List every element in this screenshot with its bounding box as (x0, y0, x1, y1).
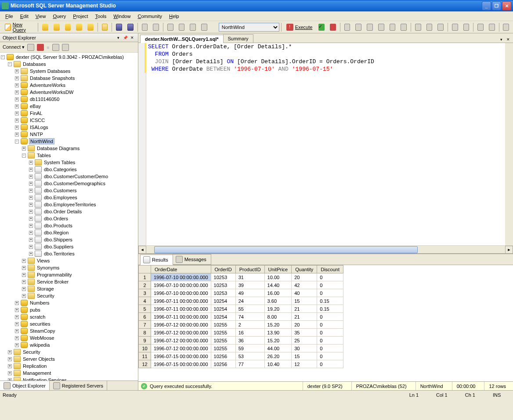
execute-button[interactable]: ! Execute (283, 22, 316, 32)
grid-cell[interactable]: 26.20 (264, 352, 292, 360)
grid-cell[interactable]: 0 (317, 281, 343, 289)
row-number[interactable]: 12 (139, 360, 151, 368)
grid-cell[interactable]: 0 (317, 360, 343, 368)
expand-icon[interactable]: + (15, 315, 19, 319)
tab-object-explorer[interactable]: Object Explorer (0, 381, 50, 390)
collapse-icon[interactable]: - (15, 140, 19, 144)
tab-registered-servers[interactable]: Registered Servers (50, 381, 107, 390)
expand-icon[interactable]: + (15, 336, 19, 340)
tree-node[interactable]: +dbo.Categories (1, 166, 137, 173)
connect-icon-1[interactable] (27, 44, 34, 51)
expand-icon[interactable]: + (29, 161, 33, 165)
grid-cell[interactable]: 14.40 (264, 281, 292, 289)
hscroll-left-button[interactable]: ◄ (138, 246, 146, 254)
grid-cell[interactable]: 42 (292, 281, 317, 289)
grid-cell[interactable]: 53 (235, 352, 264, 360)
grid-cell[interactable]: 74 (235, 313, 264, 321)
grid-cell[interactable]: 20 (292, 321, 317, 329)
tb-sql5[interactable] (387, 22, 398, 32)
tree-node[interactable]: +dbo.CustomerDemographics (1, 180, 137, 187)
grid-cell[interactable]: 15.20 (264, 321, 292, 329)
new-query-button[interactable]: New Query (2, 21, 36, 34)
grid-cell[interactable]: 21 (292, 305, 317, 313)
doc-close-button[interactable]: ✕ (505, 36, 511, 43)
expand-icon[interactable]: + (15, 69, 19, 73)
tree-node[interactable]: +scratch (1, 313, 137, 320)
grid-cell[interactable]: 1996-07-10 00:00:00.000 (151, 273, 211, 281)
expand-icon[interactable]: + (29, 245, 33, 249)
tree-node[interactable]: +Notification Services (1, 377, 137, 381)
grid-cell[interactable]: 10.40 (264, 360, 292, 368)
row-number[interactable]: 5 (139, 305, 151, 313)
grid-cell[interactable]: 10255 (211, 329, 235, 337)
grid-cell[interactable]: 1996-07-11 00:00:00.000 (151, 313, 211, 321)
table-row[interactable]: 51996-07-11 00:00:00.000102545519.20210.… (139, 305, 343, 313)
expand-icon[interactable]: + (29, 168, 33, 172)
tb-btn-3[interactable] (63, 22, 73, 32)
expand-icon[interactable]: + (15, 83, 19, 87)
tb-res2[interactable] (424, 22, 435, 32)
menu-query[interactable]: Query (49, 13, 69, 20)
expand-icon[interactable]: + (15, 322, 19, 326)
tb-c1[interactable] (450, 22, 460, 32)
grid-cell[interactable]: 49 (235, 289, 264, 297)
expand-icon[interactable]: + (15, 308, 19, 312)
grid-cell[interactable]: 1996-07-12 00:00:00.000 (151, 337, 211, 345)
menu-help[interactable]: Help (166, 13, 183, 20)
properties-button[interactable] (199, 22, 210, 32)
expand-icon[interactable]: + (22, 273, 26, 277)
table-row[interactable]: 81996-07-12 00:00:00.000102551613.90350 (139, 329, 343, 337)
grid-cell[interactable]: 16.00 (264, 289, 292, 297)
tb-btn-4[interactable] (74, 22, 84, 32)
row-number[interactable]: 1 (139, 273, 151, 281)
expand-icon[interactable]: + (15, 329, 19, 333)
tb-c2[interactable] (461, 22, 472, 32)
tree-node[interactable]: +eBay (1, 103, 137, 110)
tree-node[interactable]: +dbo.Orders (1, 215, 137, 222)
minimize-button[interactable]: _ (482, 1, 491, 11)
tree-node[interactable]: +Service Broker (1, 278, 137, 285)
grid-cell[interactable]: 44.00 (264, 345, 292, 352)
template-button[interactable] (188, 22, 198, 32)
results-grid[interactable]: OrderDateOrderIDProductIDUnitPriceQuanti… (138, 265, 343, 368)
expand-icon[interactable]: + (29, 196, 33, 200)
cancel-button[interactable] (328, 22, 338, 32)
row-number[interactable]: 4 (139, 297, 151, 305)
grid-cell[interactable]: 59 (235, 345, 264, 352)
grid-cell[interactable]: 40 (292, 289, 317, 297)
tab-sqlquery1[interactable]: dexter.NorthW...SQLQuery1.sql* (140, 35, 224, 43)
tree-node[interactable]: +securities (1, 320, 137, 327)
grid-cell[interactable]: 8.00 (264, 313, 292, 321)
grid-cell[interactable]: 10256 (211, 352, 235, 360)
tb-v1[interactable] (501, 22, 511, 32)
tree-node[interactable]: +Security (1, 348, 137, 355)
expand-icon[interactable]: + (29, 203, 33, 207)
refresh-icon[interactable] (52, 44, 59, 51)
tree-node[interactable]: +Management (1, 370, 137, 377)
object-explorer-tree[interactable]: -dexter (SQL Server 9.0.3042 - PROZAC\mi… (0, 53, 138, 381)
grid-cell[interactable]: 16 (235, 329, 264, 337)
grid-cell[interactable]: 36 (235, 337, 264, 345)
menu-window[interactable]: Window (110, 13, 134, 20)
expand-icon[interactable]: + (29, 189, 33, 193)
grid-cell[interactable]: 15 (292, 352, 317, 360)
grid-cell[interactable]: 1996-07-10 00:00:00.000 (151, 289, 211, 297)
tb-btn-2[interactable] (51, 22, 62, 32)
grid-cell[interactable]: 10253 (211, 289, 235, 297)
tree-node[interactable]: +WebMoose (1, 334, 137, 341)
tree-node[interactable]: +Replication (1, 363, 137, 370)
expand-icon[interactable]: + (22, 280, 26, 284)
grid-cell[interactable]: 24 (235, 297, 264, 305)
tree-node[interactable]: +Numbers (1, 299, 137, 306)
table-row[interactable]: 121996-07-15 00:00:00.000102567710.40120 (139, 360, 343, 368)
table-row[interactable]: 111996-07-15 00:00:00.000102565326.20150 (139, 352, 343, 360)
grid-cell[interactable]: 10253 (211, 273, 235, 281)
panel-dropdown-button[interactable]: ▾ (115, 35, 121, 41)
grid-cell[interactable]: 12 (292, 360, 317, 368)
tb-sql2[interactable] (353, 22, 364, 32)
hscroll-right-button[interactable]: ► (505, 246, 513, 254)
expand-icon[interactable]: + (15, 90, 19, 94)
tb-btn-1[interactable] (40, 22, 51, 32)
grid-cell[interactable]: 0.15 (317, 305, 343, 313)
row-number[interactable]: 10 (139, 345, 151, 352)
